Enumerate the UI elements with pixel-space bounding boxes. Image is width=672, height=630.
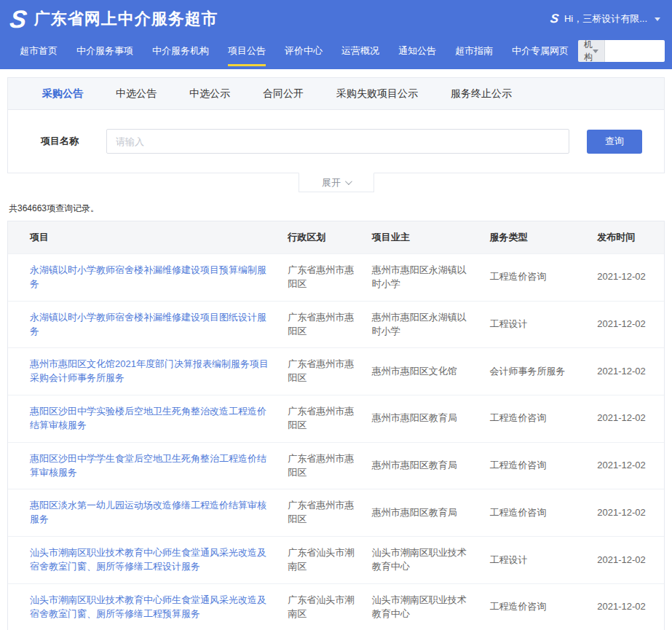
column-header: 发布时间 (590, 221, 664, 254)
search-category-select[interactable]: 机构 (578, 40, 604, 62)
region-cell: 广东省汕头市潮南区 (280, 537, 365, 584)
expand-button[interactable]: 展开 (299, 173, 374, 192)
table-row: 汕头市潮南区职业技术教育中心师生食堂通风采光改造及宿舍教室门窗、厕所等修缮工程预… (8, 583, 664, 630)
owner-cell: 汕头市潮南区职业技术教育中心 (365, 537, 483, 584)
user-greeting: Hi，三桥设计有限... (564, 12, 647, 25)
nav-item[interactable]: 通知公告 (389, 32, 446, 69)
date-cell: 2021-12-02 (590, 442, 664, 489)
date-cell: 2021-12-02 (590, 583, 664, 630)
date-cell: 2021-12-02 (590, 489, 664, 537)
tab[interactable]: 中选公告 (116, 87, 157, 101)
owner-cell: 汕头市潮南区职业技术教育中心 (365, 583, 483, 630)
region-cell: 广东省惠州市惠阳区 (280, 442, 365, 489)
brand[interactable]: S 广东省网上中介服务超市 (10, 7, 218, 31)
project-link[interactable]: 惠阳区沙田中学实验楼后空地卫生死角整治改造工程造价结算审核服务 (30, 406, 266, 430)
chevron-down-icon (593, 50, 598, 53)
owner-cell: 惠州市惠阳区永湖镇以时小学 (365, 301, 483, 348)
type-cell: 工程造价咨询 (482, 583, 590, 630)
expand-label: 展开 (322, 176, 341, 189)
results-table: 项目行政区划项目业主服务类型发布时间 永湖镇以时小学教师宿舍楼补漏维修建设项目预… (8, 221, 664, 630)
result-summary: 共364663项查询记录。 (9, 202, 665, 215)
project-name-input[interactable] (106, 129, 569, 154)
project-link[interactable]: 永湖镇以时小学教师宿舍楼补漏维修建设项目图纸设计服务 (30, 312, 266, 336)
nav-item[interactable]: 中介专属网页 (502, 32, 578, 69)
type-cell: 工程设计 (482, 537, 590, 584)
table-row: 惠州市惠阳区文化馆2021年度部门决算报表编制服务项目采购会计师事务所服务广东省… (8, 348, 664, 395)
nav-items: 超市首页中介服务事项中介服务机构项目公告评价中心运营概况通知公告超市指南中介专属… (10, 32, 578, 69)
table-row: 永湖镇以时小学教师宿舍楼补漏维修建设项目预算编制服务广东省惠州市惠阳区惠州市惠阳… (8, 254, 664, 302)
project-link[interactable]: 惠阳区淡水第一幼儿园运动场改造修缮工程造价结算审核服务 (30, 500, 266, 524)
type-cell: 会计师事务所服务 (482, 348, 590, 395)
tab[interactable]: 采购公告 (42, 87, 83, 101)
header-search: 机构 (578, 40, 665, 62)
date-cell: 2021-12-02 (590, 348, 664, 395)
column-header: 项目业主 (365, 221, 483, 254)
header-top: S 广东省网上中介服务超市 S Hi，三桥设计有限... (0, 0, 672, 32)
header-search-input[interactable] (604, 40, 665, 62)
tab[interactable]: 采购失败项目公示 (336, 87, 418, 101)
nav-item[interactable]: 超市指南 (446, 32, 502, 69)
site-title: 广东省网上中介服务超市 (34, 8, 218, 30)
user-menu[interactable]: S Hi，三桥设计有限... (550, 12, 660, 26)
nav-item[interactable]: 运营概况 (332, 32, 389, 69)
chevron-down-icon (345, 178, 352, 185)
filter-row: 项目名称 查询 (8, 110, 664, 173)
main-nav: 超市首页中介服务事项中介服务机构项目公告评价中心运营概况通知公告超市指南中介专属… (0, 32, 672, 69)
table-header-row: 项目行政区划项目业主服务类型发布时间 (8, 221, 664, 254)
site-logo-icon: S (9, 7, 28, 31)
type-cell: 工程造价咨询 (482, 442, 590, 489)
tab[interactable]: 合同公开 (263, 87, 304, 101)
table-row: 永湖镇以时小学教师宿舍楼补漏维修建设项目图纸设计服务广东省惠州市惠阳区惠州市惠阳… (8, 301, 664, 348)
project-link[interactable]: 惠阳区沙田中学学生食堂后空地卫生死角整治工程造价结算审核服务 (30, 453, 266, 478)
type-cell: 工程造价咨询 (482, 254, 590, 302)
table-row: 惠阳区沙田中学学生食堂后空地卫生死角整治工程造价结算审核服务广东省惠州市惠阳区惠… (8, 442, 664, 489)
project-name-label: 项目名称 (41, 135, 79, 148)
chevron-down-icon (655, 17, 660, 21)
column-header: 项目 (8, 221, 280, 254)
owner-cell: 惠州市惠阳区教育局 (365, 442, 483, 489)
column-header: 服务类型 (482, 221, 590, 254)
region-cell: 广东省汕头市潮南区 (280, 583, 365, 630)
owner-cell: 惠州市惠阳区永湖镇以时小学 (365, 254, 483, 302)
project-link[interactable]: 永湖镇以时小学教师宿舍楼补漏维修建设项目预算编制服务 (30, 264, 266, 289)
date-cell: 2021-12-02 (590, 537, 664, 584)
header: S 广东省网上中介服务超市 S Hi，三桥设计有限... 超市首页中介服务事项中… (0, 0, 672, 69)
region-cell: 广东省惠州市惠阳区 (280, 301, 365, 348)
date-cell: 2021-12-02 (590, 395, 664, 443)
date-cell: 2021-12-02 (590, 254, 664, 302)
table-row: 惠阳区淡水第一幼儿园运动场改造修缮工程造价结算审核服务广东省惠州市惠阳区惠州市惠… (8, 489, 664, 537)
project-link[interactable]: 惠州市惠阳区文化馆2021年度部门决算报表编制服务项目采购会计师事务所服务 (30, 358, 269, 383)
type-cell: 工程造价咨询 (482, 489, 590, 537)
results-card: 项目行政区划项目业主服务类型发布时间 永湖镇以时小学教师宿舍楼补漏维修建设项目预… (7, 221, 665, 630)
table-row: 惠阳区沙田中学实验楼后空地卫生死角整治改造工程造价结算审核服务广东省惠州市惠阳区… (8, 395, 664, 443)
owner-cell: 惠州市惠阳区文化馆 (365, 348, 483, 395)
type-cell: 工程设计 (482, 301, 590, 348)
filter-card: 采购公告中选公告中选公示合同公开采购失败项目公示服务终止公示 项目名称 查询 (7, 77, 665, 173)
nav-item[interactable]: 超市首页 (10, 32, 67, 69)
expand-wrap: 展开 (7, 173, 665, 192)
region-cell: 广东省惠州市惠阳区 (280, 348, 365, 395)
nav-item[interactable]: 中介服务机构 (143, 32, 218, 69)
tab[interactable]: 中选公示 (189, 87, 230, 101)
owner-cell: 惠州市惠阳区教育局 (365, 489, 483, 537)
main-content: 采购公告中选公告中选公示合同公开采购失败项目公示服务终止公示 项目名称 查询 展… (0, 77, 672, 630)
nav-item[interactable]: 中介服务事项 (67, 32, 143, 69)
search-category-value: 机构 (584, 40, 593, 62)
project-link[interactable]: 汕头市潮南区职业技术教育中心师生食堂通风采光改造及宿舍教室门窗、厕所等修缮工程设… (30, 547, 266, 572)
column-header: 行政区划 (280, 221, 365, 254)
date-cell: 2021-12-02 (590, 301, 664, 348)
nav-item[interactable]: 项目公告 (218, 32, 275, 69)
table-row: 汕头市潮南区职业技术教育中心师生食堂通风采光改造及宿舍教室门窗、厕所等修缮工程设… (8, 537, 664, 584)
type-cell: 工程造价咨询 (482, 395, 590, 443)
tab[interactable]: 服务终止公示 (451, 87, 512, 101)
query-button[interactable]: 查询 (587, 130, 642, 154)
region-cell: 广东省惠州市惠阳区 (280, 254, 365, 302)
announcement-tabs: 采购公告中选公告中选公示合同公开采购失败项目公示服务终止公示 (8, 78, 664, 110)
user-logo-icon: S (549, 12, 559, 26)
region-cell: 广东省惠州市惠阳区 (280, 395, 365, 443)
nav-item[interactable]: 评价中心 (275, 32, 332, 69)
owner-cell: 惠州市惠阳区教育局 (365, 395, 483, 443)
project-link[interactable]: 汕头市潮南区职业技术教育中心师生食堂通风采光改造及宿舍教室门窗、厕所等修缮工程预… (30, 594, 266, 619)
region-cell: 广东省惠州市惠阳区 (280, 489, 365, 537)
